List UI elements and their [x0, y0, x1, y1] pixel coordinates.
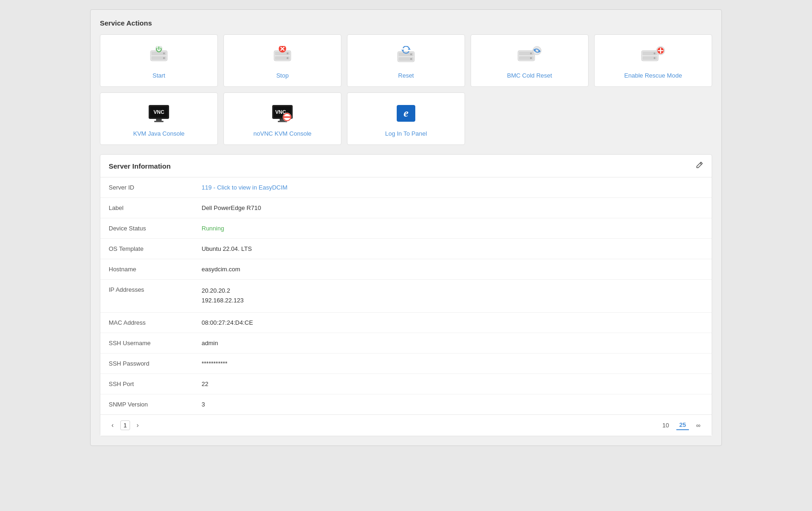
label-os-template: OS Template: [100, 239, 193, 259]
value-ssh-port: 22: [193, 373, 712, 394]
value-ip-addresses: 20.20.20.2 192.168.22.123: [193, 280, 712, 313]
value-device-status: Running: [193, 218, 712, 239]
label-ssh-password: SSH Password: [100, 353, 193, 373]
start-label: Start: [152, 72, 165, 79]
bmc-cold-reset-label: BMC Cold Reset: [507, 72, 552, 79]
svg-text:VNC: VNC: [153, 109, 164, 115]
svg-point-9: [287, 52, 288, 54]
device-status-value: Running: [202, 225, 224, 232]
server-info-header: Server Information: [100, 155, 712, 177]
bmc-cold-reset-icon: [516, 46, 544, 66]
reset-icon-area: [394, 44, 418, 67]
enable-rescue-mode-icon: [639, 46, 667, 66]
svg-marker-19: [408, 48, 411, 50]
stop-action-card[interactable]: Stop: [223, 34, 341, 87]
empty-action-card-2: [594, 92, 712, 145]
next-page-button[interactable]: ›: [134, 420, 142, 430]
value-os-template: Ubuntu 22.04. LTS: [193, 239, 712, 259]
value-hostname: easydcim.com: [193, 259, 712, 280]
table-row-server-id: Server ID 119 - Click to view in EasyDCI…: [100, 177, 712, 198]
page-size-controls: 10 25 ∞: [660, 420, 703, 430]
svg-text:e: e: [404, 107, 409, 119]
table-row-mac-address: MAC Address 08:00:27:24:D4:CE: [100, 312, 712, 333]
label-label: Label: [100, 198, 193, 218]
log-in-to-panel-icon-area: e: [394, 102, 418, 125]
value-server-id: 119 - Click to view in EasyDCIM: [193, 177, 712, 198]
svg-point-3: [163, 52, 165, 54]
svg-point-33: [654, 57, 655, 59]
table-row-ssh-username: SSH Username admin: [100, 333, 712, 353]
kvm-java-console-action-card[interactable]: VNC KVM Java Console: [100, 92, 218, 145]
stop-label: Stop: [276, 72, 289, 79]
pagination-bar: ‹ 1 › 10 25 ∞: [100, 414, 712, 436]
label-snmp-version: SNMP Version: [100, 394, 193, 414]
reset-action-card[interactable]: Reset: [347, 34, 465, 87]
prev-page-button[interactable]: ‹: [109, 420, 117, 430]
table-row-ssh-port: SSH Port 22: [100, 373, 712, 394]
service-actions-title: Service Actions: [100, 19, 712, 27]
kvm-java-console-label: KVM Java Console: [133, 130, 185, 137]
enable-rescue-mode-icon-area: [639, 44, 667, 67]
svg-point-32: [654, 52, 655, 54]
value-ssh-username: admin: [193, 333, 712, 353]
server-id-link[interactable]: 119 - Click to view in EasyDCIM: [202, 184, 288, 191]
value-snmp-version: 3: [193, 394, 712, 414]
empty-action-card-1: [471, 92, 589, 145]
log-in-to-panel-action-card[interactable]: e Log In To Panel: [347, 92, 465, 145]
ip-address-2: 192.168.22.123: [202, 296, 703, 306]
novnc-kvm-console-action-card[interactable]: VNC noVNC KVM Console: [223, 92, 341, 145]
page-size-25-button[interactable]: 25: [676, 420, 688, 430]
stop-icon: [270, 46, 295, 66]
start-icon: [147, 46, 171, 66]
actions-row2: VNC KVM Java Console VNC: [100, 92, 712, 145]
svg-point-18: [410, 58, 412, 60]
log-in-to-panel-icon: e: [394, 103, 418, 124]
svg-rect-42: [154, 121, 164, 122]
main-container: Service Actions Start: [90, 9, 722, 446]
ip-address-1: 20.20.20.2: [202, 286, 703, 296]
table-row-os-template: OS Template Ubuntu 22.04. LTS: [100, 239, 712, 259]
enable-rescue-mode-action-card[interactable]: Enable Rescue Mode: [594, 34, 712, 87]
page-size-10-button[interactable]: 10: [660, 421, 672, 430]
svg-point-17: [410, 53, 412, 55]
table-row-label: Label Dell PowerEdge R710: [100, 198, 712, 218]
reset-label: Reset: [398, 72, 414, 79]
server-info-table: Server ID 119 - Click to view in EasyDCI…: [100, 177, 712, 414]
pencil-icon: [696, 161, 703, 169]
svg-point-4: [163, 57, 165, 59]
novnc-kvm-console-icon-area: VNC: [270, 102, 295, 125]
server-info-title: Server Information: [109, 162, 170, 170]
value-label: Dell PowerEdge R710: [193, 198, 712, 218]
table-row-hostname: Hostname easydcim.com: [100, 259, 712, 280]
label-server-id: Server ID: [100, 177, 193, 198]
edit-icon[interactable]: [696, 161, 703, 170]
svg-point-24: [530, 52, 532, 54]
pagination-controls: ‹ 1 ›: [109, 420, 142, 430]
stop-icon-area: [270, 44, 295, 67]
value-ssh-password: ***********: [193, 353, 712, 373]
label-mac-address: MAC Address: [100, 312, 193, 333]
label-ssh-port: SSH Port: [100, 373, 193, 394]
label-ip-addresses: IP Addresses: [100, 280, 193, 313]
start-icon-area: [147, 44, 171, 67]
label-device-status: Device Status: [100, 218, 193, 239]
label-ssh-username: SSH Username: [100, 333, 193, 353]
svg-point-25: [530, 57, 532, 59]
enable-rescue-mode-label: Enable Rescue Mode: [624, 72, 682, 79]
svg-marker-20: [401, 50, 404, 52]
page-size-all-button[interactable]: ∞: [694, 421, 703, 430]
actions-row1: Start Stop: [100, 34, 712, 87]
reset-icon: [394, 46, 418, 66]
svg-point-10: [287, 57, 288, 59]
start-action-card[interactable]: Start: [100, 34, 218, 87]
label-hostname: Hostname: [100, 259, 193, 280]
log-in-to-panel-label: Log In To Panel: [385, 130, 427, 137]
value-mac-address: 08:00:27:24:D4:CE: [193, 312, 712, 333]
table-row-ssh-password: SSH Password ***********: [100, 353, 712, 373]
table-row-ip-addresses: IP Addresses 20.20.20.2 192.168.22.123: [100, 280, 712, 313]
table-row-snmp-version: SNMP Version 3: [100, 394, 712, 414]
novnc-kvm-console-label: noVNC KVM Console: [254, 130, 312, 137]
current-page: 1: [120, 420, 130, 430]
bmc-cold-reset-action-card[interactable]: BMC Cold Reset: [471, 34, 589, 87]
svg-rect-41: [156, 119, 162, 121]
